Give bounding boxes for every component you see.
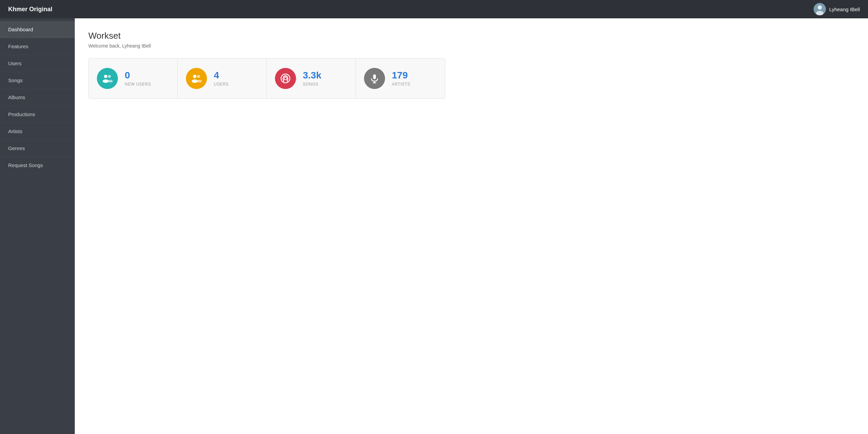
stat-card-songs: 3.3k SONGS (267, 58, 356, 98)
stat-number-users: 4 (214, 70, 229, 81)
username-label: Lyheang IBell (829, 6, 860, 12)
svg-rect-13 (373, 74, 376, 79)
svg-point-7 (193, 75, 196, 78)
stats-grid: 0 NEW USERS 4 USERS 3.3k SONGS (88, 58, 445, 99)
welcome-text: Welcome back, Lyheang IBell (88, 43, 854, 49)
svg-point-1 (818, 5, 822, 10)
svg-point-6 (108, 80, 113, 83)
microphone-icon (364, 68, 385, 89)
sidebar-item-request-songs[interactable]: Request Songs (0, 157, 75, 174)
stat-label-new-users: NEW USERS (125, 82, 151, 87)
stat-number-songs: 3.3k (303, 70, 322, 81)
user-info: Lyheang IBell (814, 3, 860, 15)
svg-point-9 (197, 75, 200, 78)
sidebar-item-genres[interactable]: Genres (0, 140, 75, 157)
stat-info-songs: 3.3k SONGS (303, 70, 322, 87)
sidebar-item-artists[interactable]: Artists (0, 123, 75, 140)
users-icon (186, 68, 207, 89)
stat-number-new-users: 0 (125, 70, 151, 81)
svg-point-4 (103, 79, 109, 83)
stat-label-artists: ARTISTS (392, 82, 410, 87)
stat-label-users: USERS (214, 82, 229, 87)
sidebar: DashboardFeaturesUsersSongsAlbumsProduct… (0, 18, 75, 434)
main-layout: DashboardFeaturesUsersSongsAlbumsProduct… (0, 18, 868, 434)
stat-card-artists: 179 ARTISTS (356, 58, 445, 98)
page-title: Workset (88, 31, 854, 41)
avatar (814, 3, 826, 15)
brand-name: Khmer Original (8, 6, 52, 13)
stat-card-new-users: 0 NEW USERS (89, 58, 178, 98)
stat-number-artists: 179 (392, 70, 410, 81)
sidebar-item-songs[interactable]: Songs (0, 72, 75, 89)
stat-info-users: 4 USERS (214, 70, 229, 87)
svg-point-8 (192, 79, 198, 83)
headphones-icon (275, 68, 296, 89)
sidebar-item-features[interactable]: Features (0, 38, 75, 55)
stat-info-artists: 179 ARTISTS (392, 70, 410, 87)
svg-point-10 (197, 80, 202, 83)
stat-card-users: 4 USERS (178, 58, 267, 98)
sidebar-item-dashboard[interactable]: Dashboard (0, 21, 75, 38)
sidebar-item-albums[interactable]: Albums (0, 89, 75, 106)
sidebar-item-users[interactable]: Users (0, 55, 75, 72)
topbar: Khmer Original Lyheang IBell (0, 0, 868, 18)
users-icon (97, 68, 118, 89)
svg-point-5 (108, 75, 111, 78)
content-area: Workset Welcome back, Lyheang IBell 0 NE… (75, 18, 868, 434)
sidebar-item-productions[interactable]: Productions (0, 106, 75, 123)
stat-info-new-users: 0 NEW USERS (125, 70, 151, 87)
stat-label-songs: SONGS (303, 82, 322, 87)
svg-point-3 (104, 75, 107, 78)
